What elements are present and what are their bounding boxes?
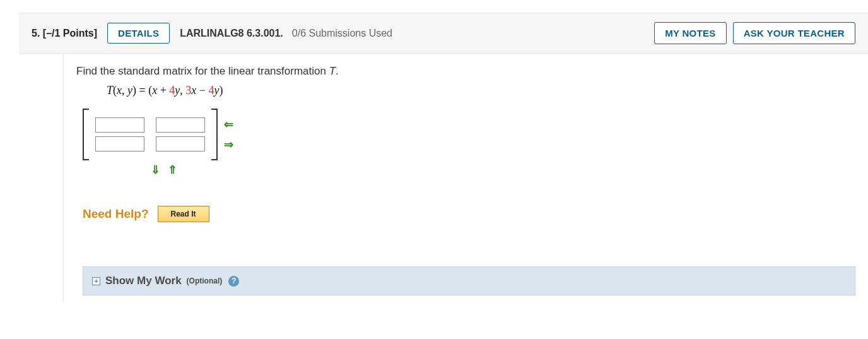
my-notes-button[interactable]: MY NOTES [654, 22, 726, 44]
need-help-row: Need Help? Read It [83, 206, 855, 222]
help-icon[interactable]: ? [228, 276, 239, 287]
question-prompt: Find the standard matrix for the linear … [76, 65, 855, 78]
details-button[interactable]: DETAILS [107, 23, 170, 44]
transformation-formula: T(x, y) = (x + 4y, 3x − 4y) [107, 84, 855, 97]
add-column-icon[interactable]: ⇒ [224, 139, 233, 150]
matrix-cell-1-1[interactable] [156, 136, 205, 152]
question-code: LARLINALG8 6.3.001. [180, 28, 283, 39]
show-my-work-bar[interactable]: + Show My Work (Optional) ? [83, 266, 855, 295]
show-my-work-optional: (Optional) [187, 277, 223, 285]
matrix-cell-0-1[interactable] [156, 117, 205, 133]
submissions-used: 0/6 Submissions Used [292, 28, 392, 39]
show-my-work-title: Show My Work [105, 275, 182, 287]
matrix-cell-0-0[interactable] [95, 117, 144, 133]
question-number: 5. [–/1 Points] [32, 28, 97, 39]
remove-column-icon[interactable]: ⇐ [224, 119, 233, 130]
add-row-icon[interactable]: ⇓ [151, 164, 160, 175]
need-help-label: Need Help? [83, 207, 149, 221]
matrix-bracket-right [211, 109, 218, 160]
remove-row-icon[interactable]: ⇑ [168, 164, 177, 175]
question-body: Find the standard matrix for the linear … [63, 54, 868, 302]
ask-teacher-button[interactable]: ASK YOUR TEACHER [733, 22, 855, 44]
answer-matrix: ⇐ ⇒ [83, 109, 855, 160]
expand-icon: + [92, 277, 100, 285]
question-header: 5. [–/1 Points] DETAILS LARLINALG8 6.3.0… [19, 13, 868, 54]
read-it-button[interactable]: Read It [158, 206, 209, 222]
matrix-cell-1-0[interactable] [95, 136, 144, 152]
matrix-bracket-left [83, 109, 89, 160]
